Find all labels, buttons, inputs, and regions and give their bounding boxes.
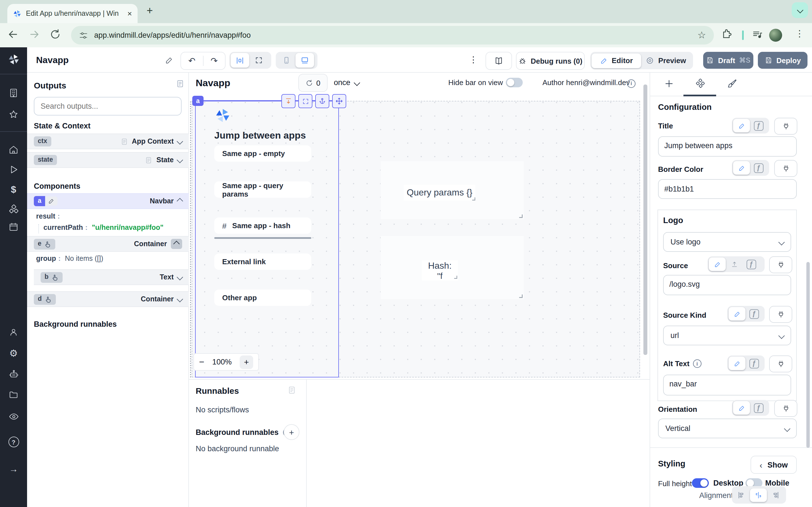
anchor-handle[interactable]: [315, 94, 329, 108]
add-background-runnable-button[interactable]: +: [284, 424, 299, 440]
settings-scrollbar[interactable]: [806, 262, 810, 448]
upload-mode-button[interactable]: [726, 258, 743, 271]
info-icon[interactable]: i: [693, 359, 701, 368]
sidebar-item-help[interactable]: ?: [0, 437, 27, 447]
sidebar-item-schedules[interactable]: [0, 222, 27, 232]
navbar-component-selection[interactable]: [195, 101, 339, 378]
run-mode-select[interactable]: once: [334, 78, 359, 87]
source-connect-button[interactable]: [769, 256, 792, 273]
move-handle[interactable]: [332, 94, 346, 108]
rename-app-icon[interactable]: [165, 56, 174, 65]
source-input[interactable]: /logo.svg: [663, 275, 791, 295]
source-kind-select[interactable]: url: [663, 326, 791, 345]
docs-button[interactable]: [486, 52, 512, 70]
align-center-button[interactable]: [750, 488, 767, 502]
border-color-connect-button[interactable]: [774, 160, 797, 177]
full-height-desktop-toggle[interactable]: [692, 478, 709, 490]
search-outputs-input[interactable]: [34, 97, 182, 115]
align-left-button[interactable]: [733, 488, 750, 502]
sidebar-item-resources[interactable]: [0, 204, 27, 215]
selected-component-badge[interactable]: a: [192, 96, 204, 106]
border-color-input[interactable]: [658, 179, 797, 199]
fx-mode-button[interactable]: ƒ: [743, 258, 760, 271]
nav-link-same-app-hash[interactable]: # Same app - hash: [214, 217, 311, 234]
sidebar-item-runs[interactable]: [0, 165, 27, 175]
collapse-button[interactable]: [171, 239, 182, 249]
hide-bar-toggle[interactable]: [506, 78, 523, 89]
align-right-button[interactable]: [767, 488, 784, 502]
tab-component-settings[interactable]: [695, 78, 705, 89]
new-tab-button[interactable]: +: [147, 4, 153, 17]
media-playlist-icon[interactable]: [752, 29, 763, 40]
author-info-icon[interactable]: i: [627, 78, 636, 88]
source-kind-connect-button[interactable]: [769, 306, 792, 323]
app-menu-icon[interactable]: ⋮: [469, 55, 477, 65]
sidebar-item-favorites[interactable]: [0, 109, 27, 119]
static-mode-button[interactable]: [728, 307, 746, 321]
orientation-connect-button[interactable]: [774, 400, 797, 417]
sidebar-item-audit-logs[interactable]: [0, 411, 27, 422]
sidebar-item-users[interactable]: [0, 327, 27, 337]
title-input[interactable]: Jump between apps: [658, 136, 797, 157]
static-mode-button[interactable]: [709, 258, 726, 271]
component-row-e[interactable]: e Container: [27, 236, 189, 252]
runnables-doc-icon[interactable]: [288, 386, 296, 394]
logo-select[interactable]: Use logo: [663, 232, 791, 252]
fx-mode-button[interactable]: ƒ: [746, 307, 762, 321]
reload-button[interactable]: [50, 29, 61, 40]
fx-mode-button[interactable]: ƒ: [750, 401, 767, 414]
chevron-down-icon[interactable]: [177, 157, 183, 163]
bookmark-star-icon[interactable]: ☆: [698, 29, 706, 41]
back-button[interactable]: [7, 28, 19, 41]
browser-tab[interactable]: Edit App u/henri/navapp | Win ×: [7, 4, 138, 23]
fx-mode-button[interactable]: ƒ: [750, 161, 767, 175]
component-row-d[interactable]: d Container: [27, 291, 189, 307]
tab-search-button[interactable]: [792, 2, 808, 18]
text-component-hash[interactable]: Hash: "f: [422, 260, 458, 281]
refresh-group[interactable]: 0: [298, 74, 327, 92]
resize-corner-icon[interactable]: [471, 196, 475, 201]
nav-link-same-app-query-params[interactable]: Same app - query params: [214, 181, 311, 198]
resize-corner-icon[interactable]: [518, 213, 523, 218]
sidebar-item-home[interactable]: [0, 145, 27, 155]
tab-preview[interactable]: Preview: [641, 53, 691, 68]
redo-button[interactable]: ↷: [203, 56, 225, 66]
nav-link-other-app[interactable]: Other app: [214, 290, 311, 306]
alt-text-connect-button[interactable]: [769, 355, 792, 372]
sidebar-item-settings[interactable]: ⚙: [0, 348, 27, 359]
text-component-query-params[interactable]: Query params {}: [404, 185, 475, 201]
title-connect-button[interactable]: [774, 118, 797, 135]
zoom-out-button[interactable]: −: [199, 357, 204, 367]
component-row-a[interactable]: a Navbar: [27, 193, 189, 209]
browser-menu-icon[interactable]: ⋮: [795, 28, 804, 39]
tab-insert-component[interactable]: [664, 79, 674, 89]
zoom-in-button[interactable]: +: [240, 355, 253, 369]
collapse-rail-icon[interactable]: →: [0, 464, 27, 474]
chevron-down-icon[interactable]: [177, 274, 183, 281]
static-mode-button[interactable]: [733, 161, 750, 175]
fx-mode-button[interactable]: ƒ: [746, 356, 762, 370]
chevron-down-icon[interactable]: [177, 296, 183, 302]
nav-link-external-link[interactable]: External link: [214, 253, 311, 270]
site-settings-icon[interactable]: [79, 31, 88, 40]
sidebar-item-variables[interactable]: $: [0, 184, 27, 195]
draft-button[interactable]: Draft ⌘S: [703, 52, 753, 69]
component-row-b[interactable]: b Text: [34, 269, 189, 285]
chevron-down-icon[interactable]: [177, 138, 183, 145]
resize-corner-icon[interactable]: [453, 274, 457, 279]
sidebar-item-folders[interactable]: [0, 390, 27, 400]
fullscreen-layout-button[interactable]: [249, 53, 268, 68]
static-mode-button[interactable]: [733, 401, 750, 414]
fx-mode-button[interactable]: ƒ: [750, 119, 767, 132]
sidebar-item-workers[interactable]: [0, 369, 27, 380]
undo-button[interactable]: ↶: [181, 56, 203, 66]
chevron-up-icon[interactable]: [177, 198, 183, 205]
expand-down-handle[interactable]: [282, 94, 296, 108]
url-bar[interactable]: app.windmill.dev/apps/edit/u/henri/navap…: [71, 26, 714, 45]
tab-styling[interactable]: [727, 78, 738, 89]
windmill-logo-icon[interactable]: [0, 54, 27, 65]
outputs-doc-icon[interactable]: [176, 79, 185, 88]
sidebar-item-apps[interactable]: [0, 88, 27, 98]
output-row-state[interactable]: state State: [27, 152, 189, 168]
resize-corner-icon[interactable]: [518, 293, 523, 298]
